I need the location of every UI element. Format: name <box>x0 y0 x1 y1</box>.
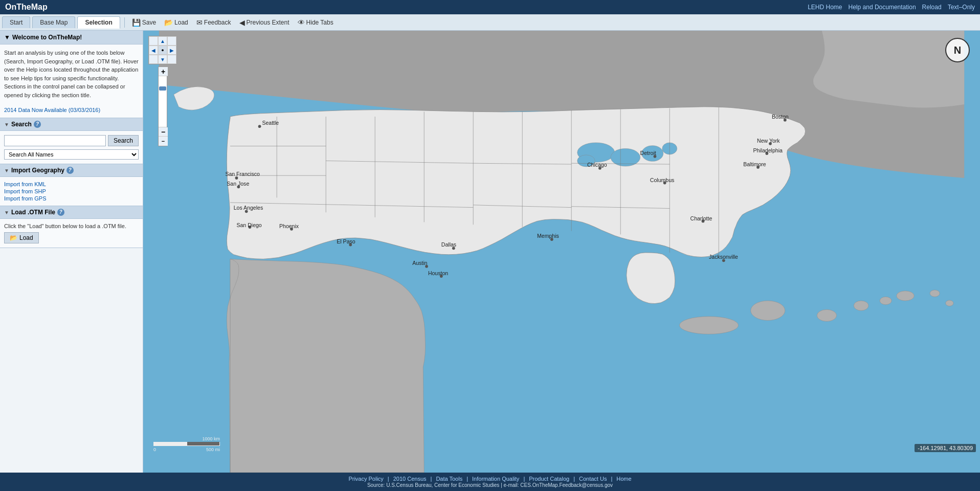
load-help-icon[interactable]: ? <box>57 209 64 216</box>
search-input[interactable] <box>4 135 106 146</box>
search-triangle: ▼ <box>4 122 9 127</box>
pan-sw <box>149 55 158 64</box>
welcome-title: Welcome to OnTheMap! <box>12 34 82 41</box>
footer-info-quality-link[interactable]: Information Quality <box>472 476 519 482</box>
import-links: Import from KML Import from SHP Import f… <box>4 181 139 202</box>
footer-product-catalog-link[interactable]: Product Catalog <box>529 476 569 482</box>
svg-point-28 <box>880 297 892 304</box>
toolbar-feedback-button[interactable]: ✉ Feedback <box>193 17 234 28</box>
pan-center-button[interactable]: ● <box>158 46 167 55</box>
welcome-data-link[interactable]: 2014 Data Now Available (03/03/2016) <box>4 107 100 113</box>
scale-label-mi: 500 mi <box>206 447 220 452</box>
svg-text:Jacksonville: Jacksonville <box>709 254 738 260</box>
import-help-icon[interactable]: ? <box>66 167 74 174</box>
header-link-lehd[interactable]: LEHD Home <box>808 4 842 11</box>
import-gps-link[interactable]: Import from GPS <box>4 195 139 202</box>
svg-point-31 <box>946 300 953 306</box>
search-button[interactable]: Search <box>108 135 139 146</box>
import-section-header[interactable]: ▼ Import Geography ? <box>0 164 143 177</box>
svg-text:Los Angeles: Los Angeles <box>234 205 263 211</box>
prevextent-icon: ◀ <box>239 18 245 27</box>
welcome-body: Start an analysis by using one of the to… <box>4 49 139 99</box>
svg-text:Seattle: Seattle <box>262 120 279 126</box>
zoom-in-button[interactable]: + <box>159 67 168 76</box>
svg-point-26 <box>817 309 836 321</box>
load-otm-button[interactable]: 📂 Load <box>4 232 39 243</box>
footer-sep2: | <box>431 476 432 482</box>
import-content: Import from KML Import from SHP Import f… <box>0 177 143 206</box>
toolbar-prevextent-button[interactable]: ◀ Previous Extent <box>236 17 293 28</box>
footer-home-link[interactable]: Home <box>616 476 631 482</box>
search-title: Search <box>11 121 32 128</box>
header-link-help[interactable]: Help and Documentation <box>849 4 916 11</box>
scale-inner: 1000 km 0 500 mi <box>153 436 220 452</box>
load-content: Click the "Load" button below to load a … <box>0 219 143 248</box>
header-link-reload[interactable]: Reload <box>922 4 942 11</box>
footer-sep3: | <box>466 476 468 482</box>
toolbar-separator <box>124 17 125 28</box>
tab-basemap[interactable]: Base Map <box>32 16 75 28</box>
import-triangle: ▼ <box>4 168 9 173</box>
zoom-slider-handle[interactable] <box>159 86 166 91</box>
svg-text:San Francisco: San Francisco <box>225 171 260 177</box>
north-indicator: N <box>945 38 970 62</box>
scale-labels-row: 0 500 mi <box>153 447 220 452</box>
svg-text:Charlotte: Charlotte <box>691 215 712 221</box>
zoom-reset-button[interactable]: − <box>159 137 168 146</box>
footer: Privacy Policy | 2010 Census | Data Tool… <box>0 473 980 491</box>
svg-point-24 <box>679 317 738 334</box>
import-title: Import Geography <box>11 167 64 174</box>
welcome-section-header[interactable]: ▼ Welcome to OnTheMap! <box>0 31 143 44</box>
map-container[interactable]: Seattle San Francisco San Jose Los Angel… <box>143 31 980 473</box>
search-help-icon[interactable]: ? <box>34 121 41 128</box>
search-section-header[interactable]: ▼ Search ? <box>0 118 143 131</box>
zoom-slider-track[interactable] <box>159 76 167 127</box>
svg-text:Boston: Boston <box>772 114 789 120</box>
pan-east-button[interactable]: ▶ <box>167 46 176 55</box>
footer-contact-link[interactable]: Contact Us <box>579 476 607 482</box>
import-geography-section: ▼ Import Geography ? Import from KML Imp… <box>0 164 143 206</box>
load-otm-header[interactable]: ▼ Load .OTM File ? <box>0 206 143 219</box>
search-names-dropdown[interactable]: Search All Names Search Place Names Sear… <box>4 149 139 160</box>
footer-data-tools-link[interactable]: Data Tools <box>436 476 462 482</box>
import-shp-link[interactable]: Import from SHP <box>4 188 139 194</box>
app-header: OnTheMap LEHD Home Help and Documentatio… <box>0 0 980 14</box>
footer-sep5: | <box>573 476 575 482</box>
search-section: ▼ Search ? Search Search All Names Searc… <box>0 118 143 164</box>
svg-text:Detroit: Detroit <box>640 150 656 156</box>
svg-text:San Diego: San Diego <box>236 222 261 228</box>
svg-point-27 <box>854 301 868 310</box>
map-svg: Seattle San Francisco San Jose Los Angel… <box>143 31 980 473</box>
svg-text:Baltimore: Baltimore <box>743 161 766 167</box>
zoom-controls: + − − <box>158 66 167 146</box>
search-select-row: Search All Names Search Place Names Sear… <box>4 149 139 160</box>
svg-point-32 <box>258 125 261 128</box>
header-link-textonly[interactable]: Text–Only <box>948 4 975 11</box>
pan-north-button[interactable]: ▲ <box>158 36 167 46</box>
tab-selection[interactable]: Selection <box>77 16 120 29</box>
tab-start[interactable]: Start <box>2 16 30 28</box>
scale-label-km: 1000 km <box>153 436 220 441</box>
scale-bar-fill1 <box>154 442 187 445</box>
footer-census-link[interactable]: 2010 Census <box>393 476 427 482</box>
footer-source: Source: U.S.Census Bureau, Center for Ec… <box>367 482 613 488</box>
import-kml-link[interactable]: Import from KML <box>4 181 139 187</box>
main-area: ▼ Welcome to OnTheMap! Start an analysis… <box>0 31 980 473</box>
pan-south-button[interactable]: ▼ <box>158 55 167 64</box>
scale-bar: 1000 km 0 500 mi <box>153 436 220 452</box>
toolbar-save-button[interactable]: 💾 Save <box>129 17 159 28</box>
footer-privacy-link[interactable]: Privacy Policy <box>348 476 383 482</box>
left-panel: ▼ Welcome to OnTheMap! Start an analysis… <box>0 31 143 473</box>
svg-text:San Jose: San Jose <box>227 181 249 187</box>
pan-controls: ▲ ◀ ● ▶ ▼ <box>148 36 177 64</box>
pan-west-button[interactable]: ◀ <box>149 46 158 55</box>
search-content: Search Search All Names Search Place Nam… <box>0 131 143 164</box>
svg-text:El Paso: El Paso <box>337 238 355 244</box>
footer-sep1: | <box>388 476 389 482</box>
scale-bar-graphic: 1000 km 0 500 mi <box>153 436 220 452</box>
app-title: OnTheMap <box>5 3 48 12</box>
zoom-out-button[interactable]: − <box>159 127 168 137</box>
toolbar-load-button[interactable]: 📂 Load <box>161 17 191 28</box>
svg-text:Houston: Houston <box>428 270 448 276</box>
toolbar-hidetabs-button[interactable]: 👁 Hide Tabs <box>295 17 337 28</box>
